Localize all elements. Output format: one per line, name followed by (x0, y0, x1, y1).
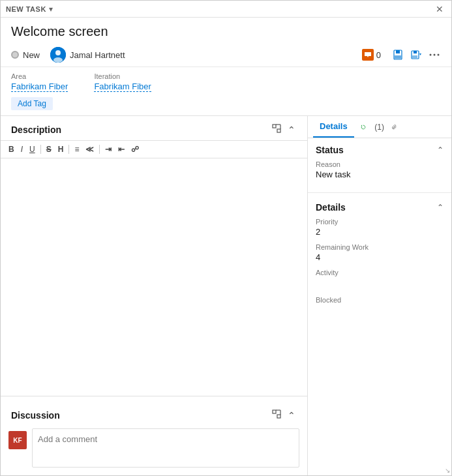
comment-count: 0 (376, 50, 381, 60)
details-section: Details ⌃ Priority 2 Remaining Work 4 Ac… (308, 196, 451, 327)
iteration-field: Iteration Fabrikam Fiber (94, 72, 151, 92)
priority-value[interactable]: 2 (316, 227, 444, 237)
activity-label: Activity (316, 269, 444, 276)
toolbar-separator-3 (99, 145, 100, 154)
title-bar-label: NEW TASK (6, 5, 46, 13)
highlight-button[interactable]: H (55, 143, 67, 155)
state-circle (11, 51, 19, 59)
resize-handle[interactable]: ↘ (442, 466, 451, 475)
svg-rect-5 (396, 50, 400, 53)
description-editor[interactable] (1, 158, 307, 396)
image-button[interactable]: ☍ (128, 143, 142, 155)
toolbar-separator-2 (68, 145, 69, 154)
save-button[interactable] (391, 48, 404, 61)
svg-rect-6 (395, 55, 401, 59)
discussion-input-row: KF (1, 426, 307, 470)
divider-1 (308, 192, 451, 193)
svg-point-2 (53, 57, 63, 63)
svg-rect-8 (414, 51, 417, 53)
page-title-row: Welcome screen (1, 18, 451, 43)
unordered-list-button[interactable]: ≪ (83, 143, 97, 155)
details-collapsible-header: Details ⌃ (316, 202, 444, 213)
page-title: Welcome screen (11, 24, 441, 39)
main-window: NEW TASK ▾ ✕ Welcome screen New J (0, 0, 452, 476)
blocked-value[interactable] (316, 305, 444, 317)
svg-point-11 (430, 54, 432, 56)
svg-point-12 (434, 54, 436, 56)
strikethrough-button[interactable]: S (44, 143, 54, 155)
bold-button[interactable]: B (6, 143, 17, 155)
tab-links[interactable]: (1) (372, 121, 385, 134)
blocked-label: Blocked (316, 296, 444, 304)
comment-input[interactable] (32, 428, 299, 468)
left-panel: Description ⌃ B I (1, 116, 308, 475)
close-button[interactable]: ✕ (433, 4, 446, 14)
add-tag-button[interactable]: Add Tag (11, 97, 53, 110)
avatar-image (50, 47, 66, 63)
description-collapse-button[interactable]: ⌃ (286, 123, 297, 136)
right-tabs: Details (1) (308, 116, 451, 138)
iteration-label: Iteration (94, 72, 151, 80)
comment-badge[interactable]: 0 (362, 49, 381, 61)
pin-icon[interactable]: ▾ (49, 5, 53, 14)
details-title: Details (316, 202, 346, 213)
discussion-section: Discussion ⌃ K (1, 396, 307, 475)
comment-icon (362, 49, 374, 61)
state-label: New (23, 50, 40, 60)
status-collapse-icon[interactable]: ⌃ (437, 145, 444, 155)
indent-button[interactable]: ⇥ (102, 143, 114, 155)
area-field: Area Fabrikam Fiber (11, 72, 68, 92)
svg-rect-15 (277, 129, 280, 132)
status-title: Status (316, 145, 344, 155)
discussion-expand-button[interactable] (271, 408, 282, 422)
add-tag-area: Add Tag (11, 97, 441, 110)
remaining-work-label: Remaining Work (316, 243, 444, 251)
svg-rect-14 (273, 125, 276, 128)
activity-value[interactable] (316, 278, 444, 290)
svg-point-13 (438, 54, 440, 56)
remaining-work-value[interactable]: 4 (316, 252, 444, 262)
tab-details[interactable]: Details (313, 116, 354, 138)
user-avatar: KF (8, 431, 27, 449)
meta-bar: New Jamal Hartnett (1, 43, 451, 67)
area-label: Area (11, 72, 68, 80)
reason-value[interactable]: New task (316, 170, 444, 179)
underline-button[interactable]: U (27, 143, 38, 155)
status-collapsible-header: Status ⌃ (316, 145, 444, 155)
assigned-name: Jamal Hartnett (70, 50, 125, 60)
save-dropdown-button[interactable] (410, 48, 423, 61)
title-bar-left: NEW TASK ▾ (6, 5, 53, 14)
description-header: Description ⌃ (1, 116, 307, 140)
discussion-header: Discussion ⌃ (1, 402, 307, 426)
italic-button[interactable]: I (18, 143, 25, 155)
svg-rect-9 (412, 55, 417, 58)
area-iteration-row: Area Fabrikam Fiber Iteration Fabrikam F… (1, 67, 451, 95)
state-badge[interactable]: New (11, 50, 40, 60)
more-button[interactable] (428, 48, 441, 61)
description-expand-button[interactable] (271, 123, 282, 136)
links-count: (1) (374, 123, 384, 132)
title-bar: NEW TASK ▾ ✕ (1, 1, 451, 18)
assigned-to[interactable]: Jamal Hartnett (50, 47, 125, 63)
reason-label: Reason (316, 160, 444, 168)
svg-rect-19 (277, 415, 280, 418)
tab-attachments[interactable] (388, 121, 401, 134)
priority-label: Priority (316, 218, 444, 226)
toolbar-icons (391, 48, 441, 61)
discussion-collapse-button[interactable]: ⌃ (286, 409, 297, 422)
description-actions: ⌃ (271, 123, 297, 136)
ordered-list-button[interactable]: ≡ (72, 143, 82, 155)
status-section: Status ⌃ Reason New task (308, 138, 451, 190)
details-collapse-icon[interactable]: ⌃ (437, 203, 444, 212)
svg-point-1 (55, 50, 61, 55)
main-content: Description ⌃ B I (1, 115, 451, 475)
discussion-title: Discussion (11, 410, 60, 421)
iteration-value[interactable]: Fabrikam Fiber (94, 82, 151, 92)
outdent-button[interactable]: ⇤ (115, 143, 127, 155)
discussion-actions: ⌃ (271, 408, 297, 422)
right-panel: Details (1) (308, 116, 451, 475)
area-value[interactable]: Fabrikam Fiber (11, 82, 68, 92)
svg-marker-10 (419, 53, 421, 55)
svg-rect-18 (273, 410, 276, 413)
tab-status-history[interactable] (357, 121, 370, 134)
